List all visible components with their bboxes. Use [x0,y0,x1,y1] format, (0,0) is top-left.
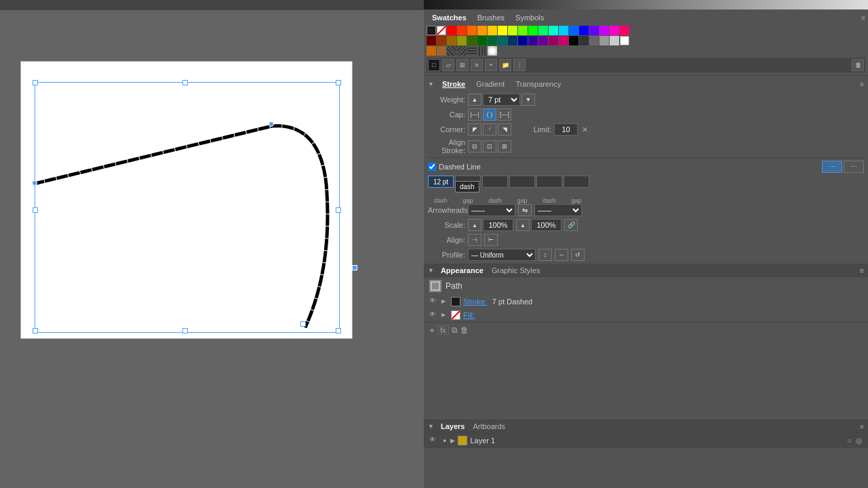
swatch-dkcyan[interactable] [498,36,507,45]
swatch-sp2[interactable] [437,46,446,56]
align-outside-btn[interactable]: ⊞ [498,140,511,152]
swatch-pattern1[interactable] [447,46,456,56]
tab-brushes[interactable]: Brushes [472,12,510,23]
profile-reset-btn[interactable]: ↺ [571,249,585,261]
layer-visibility-icon[interactable]: 👁 [429,436,439,445]
artboard[interactable] [20,61,353,339]
tab-graphic-styles[interactable]: Graphic Styles [488,266,545,274]
trash-swatch-icon[interactable]: 🗑 [852,59,864,71]
stroke-item-label[interactable]: Stroke: [463,298,487,306]
dashed-aligned-btn[interactable]: ⋯ [844,161,864,173]
swatch-purple3[interactable] [538,36,548,45]
scale1-up-btn[interactable]: ▲ [468,219,481,231]
tab-layers[interactable]: Layers [437,422,469,430]
swatch-orange2[interactable] [477,26,487,35]
swatch-none-white[interactable] [437,26,446,35]
swatch-menu-icon[interactable]: ⋮ [513,59,526,71]
corner-round-btn[interactable]: ◜ [483,123,496,136]
fx-icon[interactable]: fx [437,325,449,335]
stroke-visibility-icon[interactable]: 👁 [429,297,439,306]
limit-x-btn[interactable]: ✕ [582,125,588,134]
swatch-blue[interactable] [559,26,568,35]
panel-menu-icon[interactable]: ≡ [861,14,865,22]
tab-symbols[interactable]: Symbols [510,12,549,23]
swatch-yellow[interactable] [488,26,497,35]
handle-tl[interactable] [33,80,38,85]
swap-arrowheads-btn[interactable]: ⇆ [518,204,532,216]
tab-stroke[interactable]: Stroke [437,79,471,89]
limit-input[interactable]: 10 [554,123,578,136]
stroke-panel-menu[interactable]: ≡ [860,81,864,88]
swatch-dk1[interactable] [579,36,589,45]
handle-br[interactable] [336,328,341,333]
gap-field-2[interactable] [509,176,535,188]
swatch-orange[interactable] [467,26,477,35]
dashed-checkbox[interactable] [428,163,436,171]
swatch-black[interactable] [569,36,578,45]
arrowhead-end-select[interactable]: —— [534,204,582,216]
scale2-up-btn[interactable]: ▲ [516,219,530,231]
layer-expand-btn[interactable]: ▶ [450,437,455,444]
add-swatch-icon[interactable]: + [485,59,497,71]
handle-bc[interactable] [182,328,188,333]
layers-panel-menu[interactable]: ≡ [860,423,864,430]
grid-view-icon[interactable]: ⊞ [456,59,469,71]
arrowhead-start-select[interactable]: —— [468,204,515,216]
dashed-precise-btn[interactable]: ⋯ [822,161,842,173]
appearance-expand-icon[interactable]: ▼ [428,267,434,274]
swatch-dkblue[interactable] [518,36,528,45]
swatch-maroon[interactable] [549,36,558,45]
align-inside-btn[interactable]: ⊡ [483,140,496,152]
swatch-white[interactable] [620,36,629,45]
swatch-purple2[interactable] [599,26,609,35]
swatch-pink[interactable] [610,26,619,35]
layers-expand-icon[interactable]: ▼ [428,423,434,430]
tab-appearance[interactable]: Appearance [437,266,488,274]
weight-select[interactable]: 7 pt1 pt2 pt3 pt5 pt [483,94,520,106]
list-view-icon[interactable]: ≡ [471,59,483,71]
fill-none-icon[interactable]: □ [428,59,440,71]
swatch-darkred[interactable] [427,36,436,45]
swatch-cyan[interactable] [549,26,558,35]
anchor-right[interactable] [352,265,357,270]
align-inset-btn[interactable]: ⊢ [484,234,498,246]
stroke-expand-icon[interactable]: ▼ [428,81,434,87]
handle-ml[interactable] [33,207,38,213]
swatch-green[interactable] [518,26,528,35]
dash-field-1[interactable] [428,176,454,188]
swatch-none[interactable] [427,26,436,35]
fill-expand-btn[interactable]: ▶ [441,312,448,319]
swatch-brown2[interactable] [447,36,456,45]
swatch-dkgreen2[interactable] [477,36,487,45]
align-center-btn[interactable]: ⊟ [468,140,481,152]
trash-appearance-icon[interactable]: 🗑 [460,325,469,335]
handle-tc[interactable] [182,80,188,85]
weight-up-icon[interactable]: ▲ [468,94,481,106]
tab-transparency[interactable]: Transparency [510,79,566,89]
anchor-top[interactable] [269,121,274,127]
anchor-left[interactable] [32,180,37,186]
scale-input-1[interactable] [483,219,513,231]
swatch-sp1[interactable] [427,46,436,56]
swatch-blue2[interactable] [569,26,578,35]
dash-field-3[interactable] [536,176,562,188]
swatch-yellow2[interactable] [498,26,507,35]
layer-circle-icon[interactable]: ◎ [856,436,863,445]
cap-square-btn[interactable]: [—] [498,108,511,121]
cap-round-btn[interactable]: ( ) [483,108,496,121]
profile-flip-h-btn[interactable]: ↔ [555,249,568,261]
swatch-dk2[interactable] [589,36,599,45]
swatch-pink2[interactable] [620,26,629,35]
duplicate-appearance-icon[interactable]: ⧉ [452,325,458,335]
handle-mr[interactable] [336,207,341,213]
tab-swatches[interactable]: Swatches [427,12,472,23]
swatch-brown[interactable] [437,36,446,45]
add-appearance-icon[interactable]: + [429,325,435,336]
align-extend-btn[interactable]: ⊣ [468,234,481,246]
stroke-expand-btn[interactable]: ▶ [441,298,448,305]
scale-link-btn[interactable]: 🔗 [564,219,578,231]
folder-icon[interactable]: 📁 [499,59,511,71]
fill-item-label[interactable]: Fill: [463,311,475,319]
swatch-dk3[interactable] [599,36,609,45]
layer-target-icon[interactable]: ● [443,437,446,444]
